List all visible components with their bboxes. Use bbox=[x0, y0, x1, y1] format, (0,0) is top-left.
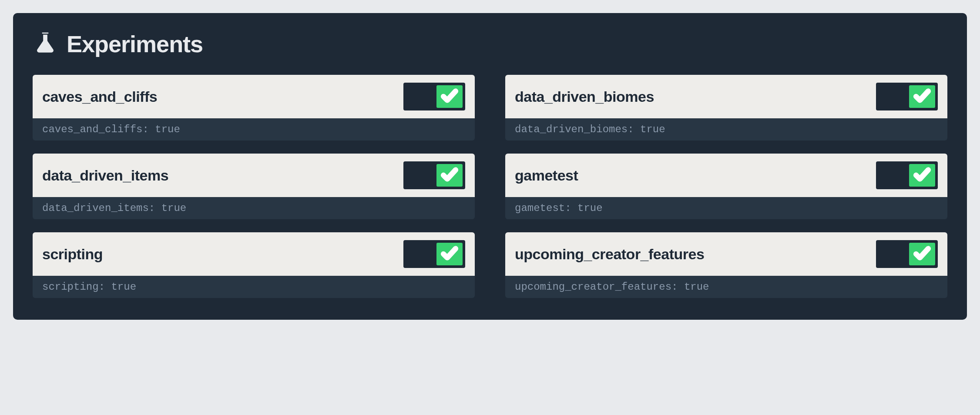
check-icon bbox=[913, 165, 931, 185]
toggle-upcoming-creator-features[interactable] bbox=[876, 240, 938, 268]
status-value: true bbox=[684, 281, 709, 293]
experiment-label: scripting bbox=[42, 246, 103, 263]
toggle-scripting[interactable] bbox=[403, 240, 465, 268]
toggle-knob bbox=[909, 164, 935, 187]
status-value: true bbox=[577, 202, 603, 214]
check-icon bbox=[913, 87, 931, 107]
experiment-label: data_driven_biomes bbox=[515, 88, 654, 105]
status-key: scripting bbox=[42, 281, 99, 293]
experiment-status: upcoming_creator_features: true bbox=[505, 276, 947, 298]
experiment-row: caves_and_cliffs bbox=[33, 75, 475, 118]
toggle-knob bbox=[909, 85, 935, 108]
status-colon: : bbox=[142, 124, 155, 135]
status-key: gametest bbox=[515, 202, 565, 214]
toggle-knob bbox=[909, 243, 935, 265]
toggle-data-driven-items[interactable] bbox=[403, 161, 465, 189]
status-colon: : bbox=[671, 281, 684, 293]
status-value: true bbox=[640, 124, 665, 135]
experiment-row: scripting bbox=[33, 232, 475, 276]
experiment-row: data_driven_items bbox=[33, 154, 475, 197]
experiment-status: caves_and_cliffs: true bbox=[33, 118, 475, 141]
experiments-panel: Experiments caves_and_cliffs caves_and_c… bbox=[13, 13, 967, 320]
experiment-item-gametest: gametest gametest: true bbox=[505, 154, 947, 219]
toggle-data-driven-biomes[interactable] bbox=[876, 83, 938, 110]
status-value: true bbox=[155, 124, 180, 135]
toggle-gametest[interactable] bbox=[876, 161, 938, 189]
status-key: upcoming_creator_features bbox=[515, 281, 671, 293]
experiment-item-caves-and-cliffs: caves_and_cliffs caves_and_cliffs: true bbox=[33, 75, 475, 141]
experiment-status: data_driven_biomes: true bbox=[505, 118, 947, 141]
experiment-status: data_driven_items: true bbox=[33, 197, 475, 219]
experiment-label: caves_and_cliffs bbox=[42, 88, 157, 105]
flask-icon bbox=[33, 30, 58, 57]
status-value: true bbox=[161, 202, 187, 214]
experiment-status: scripting: true bbox=[33, 276, 475, 298]
experiments-grid: caves_and_cliffs caves_and_cliffs: true … bbox=[33, 75, 947, 298]
status-colon: : bbox=[149, 202, 161, 214]
experiment-label: upcoming_creator_features bbox=[515, 246, 704, 263]
check-icon bbox=[440, 244, 459, 264]
check-icon bbox=[913, 244, 931, 264]
check-icon bbox=[440, 87, 459, 107]
status-colon: : bbox=[99, 281, 111, 293]
toggle-knob bbox=[436, 243, 463, 265]
panel-header: Experiments bbox=[33, 30, 947, 57]
experiment-label: data_driven_items bbox=[42, 167, 168, 184]
experiment-row: gametest bbox=[505, 154, 947, 197]
experiment-item-data-driven-biomes: data_driven_biomes data_driven_biomes: t… bbox=[505, 75, 947, 141]
experiment-label: gametest bbox=[515, 167, 578, 184]
status-key: data_driven_items bbox=[42, 202, 149, 214]
experiment-item-data-driven-items: data_driven_items data_driven_items: tru… bbox=[33, 154, 475, 219]
experiment-item-upcoming-creator-features: upcoming_creator_features upcoming_creat… bbox=[505, 232, 947, 298]
status-colon: : bbox=[628, 124, 640, 135]
panel-title: Experiments bbox=[67, 30, 203, 57]
status-colon: : bbox=[565, 202, 577, 214]
status-key: data_driven_biomes bbox=[515, 124, 628, 135]
experiment-status: gametest: true bbox=[505, 197, 947, 219]
experiment-item-scripting: scripting scripting: true bbox=[33, 232, 475, 298]
toggle-knob bbox=[436, 85, 463, 108]
status-value: true bbox=[111, 281, 136, 293]
status-key: caves_and_cliffs bbox=[42, 124, 142, 135]
check-icon bbox=[440, 165, 459, 185]
experiment-row: upcoming_creator_features bbox=[505, 232, 947, 276]
toggle-knob bbox=[436, 164, 463, 187]
toggle-caves-and-cliffs[interactable] bbox=[403, 83, 465, 110]
experiment-row: data_driven_biomes bbox=[505, 75, 947, 118]
